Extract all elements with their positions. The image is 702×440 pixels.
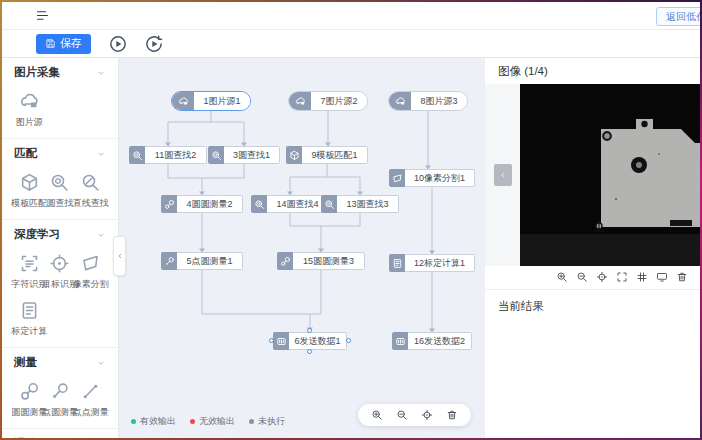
selection-handle[interactable] <box>307 328 312 333</box>
action-toolbar: 保存 <box>2 30 700 58</box>
section-items: 字符识别目标识别像素分割标定计算 <box>14 253 106 338</box>
current-result-title: 当前结果 <box>485 290 700 323</box>
monitor-button[interactable] <box>656 271 668 283</box>
flow-node-label: 5点圆测量1 <box>177 252 243 270</box>
locate-button[interactable] <box>596 271 608 283</box>
section-title: 深度学习 <box>14 227 60 242</box>
trash-button[interactable] <box>446 409 458 421</box>
run-button[interactable] <box>108 34 128 54</box>
sidebar-item-label: 点点测量 <box>73 406 109 419</box>
sidebar-item-line-find[interactable]: 直线查找 <box>75 172 106 210</box>
flow-node-label: 14圆查找4 <box>267 195 329 213</box>
measure-cc-icon <box>161 195 177 213</box>
flow-node-label: 16发送数据2 <box>408 332 472 350</box>
flow-node-8[interactable]: 8图片源3 <box>388 91 468 111</box>
section-header-image-capture[interactable]: 图片采集 <box>14 65 106 80</box>
flow-node-label: 6发送数据1 <box>289 332 347 350</box>
sidebar: 图片采集图片源匹配模板匹配圆查找直线查找深度学习字符识别目标识别像素分割标定计算… <box>2 58 119 438</box>
flow-node-6[interactable]: 6发送数据1 <box>273 332 347 350</box>
locate-icon <box>421 409 433 421</box>
flow-edges <box>119 58 485 438</box>
trash-button[interactable] <box>676 271 688 283</box>
zoom-out-button[interactable] <box>576 271 588 283</box>
flow-node-16[interactable]: 16发送数据2 <box>392 332 472 350</box>
flow-node-label: 9模板匹配1 <box>302 146 368 164</box>
grid-button[interactable] <box>636 271 648 283</box>
flow-node-5[interactable]: 5点圆测量1 <box>161 252 243 270</box>
back-to-lowcode-button[interactable]: 返回低代码 <box>656 7 702 26</box>
grid-icon <box>636 271 648 283</box>
sidebar-item-object-recognition[interactable]: 目标识别 <box>45 253 76 291</box>
flow-node-4[interactable]: 4圆圆测量2 <box>161 195 243 213</box>
flow-node-13[interactable]: 13圆查找3 <box>321 195 399 213</box>
collapse-arrow-icon <box>116 252 124 260</box>
section-header-match[interactable]: 匹配 <box>14 146 106 161</box>
circle-find-icon <box>208 146 224 164</box>
measure-cc-icon <box>19 381 40 402</box>
section-title: 图片采集 <box>14 65 60 80</box>
app-window: 返回低代码 保存 图片采集图片源匹配模板匹配圆查找直线查找深度学习字符识别目标识… <box>0 0 702 440</box>
preview-title: 图像 (1/4) <box>485 58 700 84</box>
sidebar-item-char-recognition[interactable]: 字符识别 <box>14 253 45 291</box>
flow-node-1[interactable]: 1图片源1 <box>171 91 251 111</box>
sidebar-item-point-circle-measure[interactable]: 点圆测量 <box>45 381 76 419</box>
measure-cc-icon <box>277 252 293 270</box>
flow-canvas[interactable]: 有效输出无效输出未执行 1图片源17图片源28图片源311圆查找23圆查找19模… <box>119 58 485 438</box>
cube-icon <box>19 172 40 193</box>
legend-item: 有效输出 <box>131 415 176 428</box>
play-loop-icon <box>144 34 164 54</box>
sidebar-item-circle-circle-measure[interactable]: 圆圆测量 <box>14 381 45 419</box>
sidebar-item-point-point-measure[interactable]: 点点测量 <box>75 381 106 419</box>
flow-node-12[interactable]: 12标定计算1 <box>389 254 475 272</box>
legend-dot <box>190 419 195 424</box>
save-button[interactable]: 保存 <box>36 34 91 54</box>
zoom-in-button[interactable] <box>556 271 568 283</box>
flow-node-15[interactable]: 15圆圆测量3 <box>277 252 365 270</box>
flow-node-10[interactable]: 10像素分割1 <box>389 169 475 187</box>
locate-button[interactable] <box>421 409 433 421</box>
flow-node-9[interactable]: 9模板匹配1 <box>286 146 368 164</box>
sidebar-item-label: 直线查找 <box>73 197 109 210</box>
zoom-in-button[interactable] <box>371 409 383 421</box>
chevron-down-icon <box>96 358 106 368</box>
ocr-icon <box>19 253 40 274</box>
sidebar-item-image-source[interactable]: 图片源 <box>14 91 45 129</box>
legend-dot <box>249 419 254 424</box>
section-header-measure[interactable]: 测量 <box>14 355 106 370</box>
sidebar-section-match: 匹配模板匹配圆查找直线查找 <box>2 139 118 220</box>
sidebar-item-calibration-calc[interactable]: 标定计算 <box>14 300 45 338</box>
flow-node-14[interactable]: 14圆查找4 <box>251 195 329 213</box>
section-header-deep-learning[interactable]: 深度学习 <box>14 227 106 242</box>
fullscreen-icon <box>616 271 628 283</box>
flow-node-11[interactable]: 11圆查找2 <box>129 146 207 164</box>
line-find-icon <box>80 172 101 193</box>
cloud-img-icon <box>289 92 311 110</box>
sidebar-item-template-match[interactable]: 模板匹配 <box>14 172 45 210</box>
selection-handle[interactable] <box>269 338 274 343</box>
locate-icon <box>596 271 608 283</box>
legend-label: 有效输出 <box>140 415 176 428</box>
zoom-out-button[interactable] <box>396 409 408 421</box>
menu-icon[interactable] <box>35 8 50 23</box>
circle-find-icon <box>321 195 337 213</box>
legend-item: 无效输出 <box>190 415 235 428</box>
sidebar-item-pixel-segmentation[interactable]: 像素分割 <box>75 253 106 291</box>
header: 返回低代码 <box>2 2 700 30</box>
preview-panel: 图像 (1/4) <box>485 58 700 438</box>
calc-doc-icon <box>19 300 40 321</box>
run-loop-button[interactable] <box>144 34 164 54</box>
fullscreen-button[interactable] <box>616 271 628 283</box>
sidebar-item-circle-find[interactable]: 圆查找 <box>45 172 76 210</box>
flow-node-3[interactable]: 3圆查找1 <box>208 146 280 164</box>
flow-node-7[interactable]: 7图片源2 <box>288 91 368 111</box>
section-header-communication[interactable]: 通信 <box>14 436 106 438</box>
selection-handle[interactable] <box>307 349 312 354</box>
measure-pc-icon <box>161 252 177 270</box>
sidebar-collapse-handle[interactable] <box>113 236 126 276</box>
prev-image-button[interactable] <box>494 164 512 186</box>
flow-node-label: 4圆圆测量2 <box>177 195 243 213</box>
main-body: 图片采集图片源匹配模板匹配圆查找直线查找深度学习字符识别目标识别像素分割标定计算… <box>2 58 700 438</box>
trash-icon <box>446 409 458 421</box>
segment-icon <box>80 253 101 274</box>
selection-handle[interactable] <box>346 338 351 343</box>
